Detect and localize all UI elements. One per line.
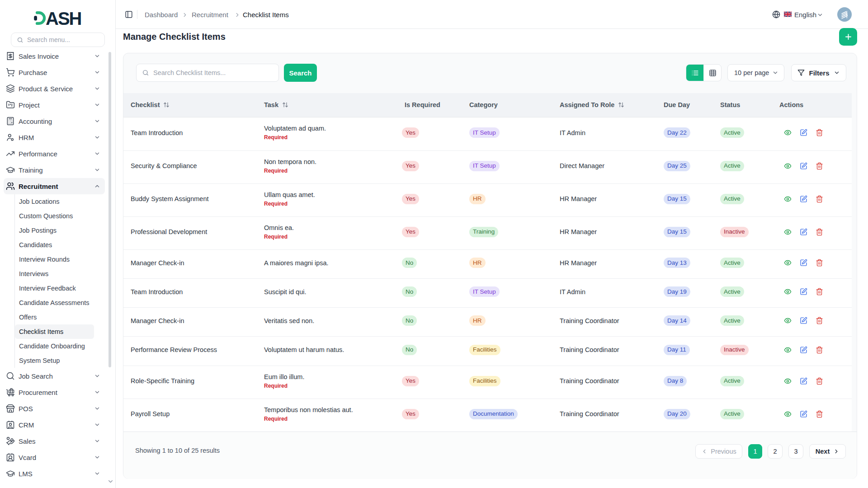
svg-text:ASH: ASH [46, 10, 81, 26]
